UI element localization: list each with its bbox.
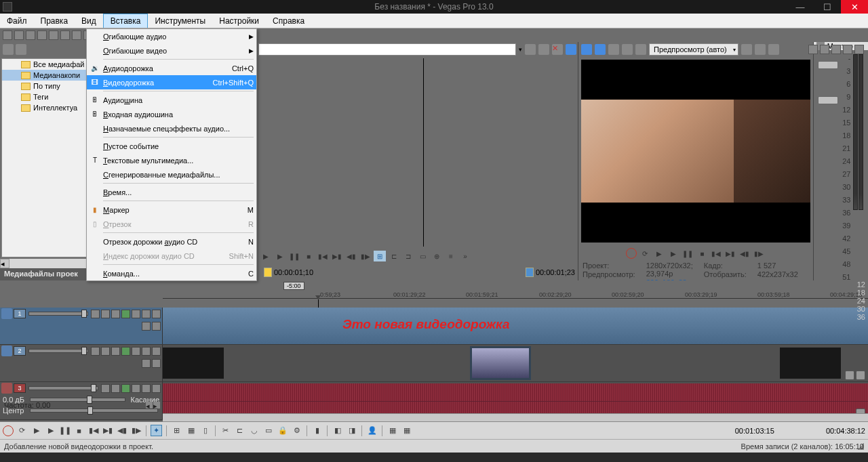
prev-tb-icon[interactable] <box>581 44 592 55</box>
prev-overlay-icon[interactable] <box>741 44 752 55</box>
prev-tb-icon3[interactable] <box>608 44 619 55</box>
track-icon[interactable] <box>1 308 12 319</box>
menu-time[interactable]: Время... <box>87 185 256 199</box>
tool-cut-button[interactable]: ✂ <box>220 425 231 436</box>
menu-video-envelopes[interactable]: Огибающие видео▶ <box>87 43 256 58</box>
mute-icon[interactable] <box>142 384 151 393</box>
step-fwd-icon[interactable]: ▮▶ <box>359 251 372 261</box>
video-clip-thumb[interactable] <box>470 346 531 380</box>
play-start-icon[interactable]: ▶ <box>653 248 665 259</box>
menu-help[interactable]: Справка <box>266 14 311 28</box>
copy-icon[interactable] <box>72 30 81 40</box>
refresh-icon[interactable] <box>16 44 26 55</box>
ripple-button[interactable]: ◨ <box>346 425 357 436</box>
preview-quality-dropdown[interactable]: Предпросмотр (авто) <box>649 43 738 56</box>
record-icon[interactable] <box>626 248 637 259</box>
prev-copy-icon[interactable] <box>755 44 766 55</box>
go-start-button[interactable]: ▮◀ <box>87 425 99 436</box>
new-icon[interactable] <box>3 30 12 40</box>
solo-icon[interactable] <box>152 347 161 356</box>
scope-icon5[interactable] <box>854 45 864 54</box>
menu-audio-envelopes[interactable]: Огибающие аудио▶ <box>87 29 256 43</box>
lightning-icon[interactable] <box>3 44 14 55</box>
level-slider[interactable] <box>28 312 88 316</box>
motion-icon[interactable] <box>142 322 151 331</box>
menu-assignable-fx[interactable]: Назначаемые спецэффекты аудио... <box>87 121 256 135</box>
add-icon[interactable]: ⊕ <box>431 251 443 261</box>
menu-text-media[interactable]: TТекстовые мультимедиа... <box>87 153 256 167</box>
timeline-overview[interactable] <box>163 413 868 421</box>
fx-icon[interactable] <box>121 310 130 318</box>
menu-edit[interactable]: Правка <box>34 14 75 28</box>
track-1-content[interactable]: Это новая видеодорожка <box>163 308 868 344</box>
timecode-in[interactable]: 00:00:01;10 <box>274 268 313 276</box>
track-btn[interactable] <box>101 384 110 393</box>
menu-audio-track[interactable]: 🔉АудиодорожкаCtrl+Q <box>87 61 256 75</box>
trimmer-display[interactable] <box>257 57 578 248</box>
solo-icon[interactable] <box>152 384 161 393</box>
prev-icon[interactable]: ▮◀ <box>317 251 329 261</box>
loop-button[interactable]: ⟳ <box>16 425 28 436</box>
menu-insert[interactable]: Вставка <box>103 14 149 28</box>
loop-icon[interactable]: ⊞ <box>374 251 386 261</box>
address-dropdown[interactable] <box>258 43 516 56</box>
video-clip[interactable] <box>780 348 841 379</box>
track-btn[interactable] <box>101 347 110 356</box>
next-frame-button[interactable]: ▮▶ <box>130 425 142 436</box>
pan-icon[interactable] <box>856 371 865 380</box>
tool-auto-button[interactable]: ⚙ <box>291 425 302 436</box>
snap-marker-button[interactable]: ▯ <box>199 425 211 436</box>
scope-icon4[interactable] <box>843 45 852 54</box>
gear-icon[interactable] <box>111 384 120 393</box>
stop-icon[interactable]: ■ <box>302 251 315 261</box>
next-icon[interactable]: ▶▮ <box>331 251 343 261</box>
tool-env-button[interactable]: ◡ <box>248 425 260 436</box>
menu-cd-track-region[interactable]: Отрезок дорожки аудио CDN <box>87 234 256 249</box>
fx-icon[interactable] <box>845 371 854 380</box>
cursor-timecode[interactable]: 00:01:03:15 <box>735 427 774 435</box>
stop-icon[interactable]: ■ <box>696 248 708 259</box>
menu-generated-media[interactable]: Сгенерированные медиафайлы... <box>87 167 256 182</box>
close-button[interactable]: ✕ <box>841 0 868 14</box>
marker-button[interactable]: ▮ <box>311 425 323 436</box>
gear-icon[interactable] <box>111 310 120 318</box>
gear-icon[interactable] <box>111 347 120 356</box>
mark-in-icon[interactable]: ⊏ <box>388 251 400 261</box>
minimize-button[interactable]: — <box>787 0 814 14</box>
menu-view[interactable]: Вид <box>75 14 103 28</box>
selection-timecode[interactable]: 00:04:38:12 <box>826 427 865 435</box>
menu-tools[interactable]: Инструменты <box>148 14 212 28</box>
maximize-button[interactable]: ☐ <box>814 0 841 14</box>
more-icon[interactable]: » <box>459 251 471 261</box>
render-icon[interactable] <box>37 30 47 40</box>
level-slider[interactable] <box>28 349 88 353</box>
playhead[interactable] <box>318 299 319 308</box>
play-icon[interactable]: ▶ <box>667 248 679 259</box>
stop-button[interactable]: ■ <box>73 425 85 436</box>
crossfade-button[interactable]: ◧ <box>332 425 343 436</box>
scope-icon2[interactable] <box>820 45 829 54</box>
user-button[interactable]: 👤 <box>366 425 378 436</box>
next-frame-icon[interactable]: ▮▶ <box>753 248 765 259</box>
prev-save-icon[interactable] <box>768 44 779 55</box>
delete-icon[interactable]: ✕ <box>552 44 563 55</box>
track-icon[interactable] <box>1 383 12 394</box>
snap-grid-button[interactable]: ▦ <box>185 425 197 436</box>
prev-tb-icon2[interactable] <box>595 44 606 55</box>
track-header-2[interactable]: 2 <box>0 345 163 381</box>
solo-icon[interactable] <box>152 310 161 318</box>
edit-tool-button[interactable]: ✦ <box>151 425 162 436</box>
timeline-ruler[interactable]: -5:00 0:59;23 00:01:29;22 00:01:59;21 00… <box>163 280 868 308</box>
track-btn[interactable] <box>91 347 100 356</box>
prev-frame-button[interactable]: ◀▮ <box>116 425 127 436</box>
prev-frame-icon[interactable]: ◀▮ <box>738 248 751 259</box>
pause-icon[interactable]: ❚❚ <box>682 248 694 259</box>
auto-icon[interactable] <box>132 310 140 318</box>
tool-lock-button[interactable]: 🔒 <box>277 425 288 436</box>
fx-icon[interactable] <box>121 347 130 356</box>
video-preview[interactable] <box>581 60 810 243</box>
freq-control[interactable]: ◂▸ <box>146 402 160 408</box>
track-header-1[interactable]: 1 <box>0 308 163 344</box>
menu-audio-bus[interactable]: 🎚Аудиошина <box>87 93 256 107</box>
scope-icon[interactable] <box>808 45 818 54</box>
